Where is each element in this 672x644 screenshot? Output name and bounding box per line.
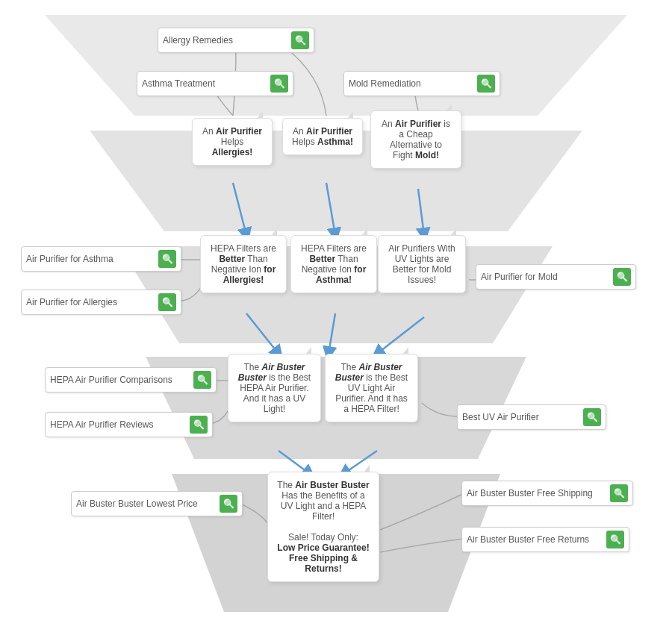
search-lowest-price-input[interactable] bbox=[76, 498, 217, 509]
card-hepa-better-asthma: HEPA Filters are Better Than Negative Io… bbox=[290, 235, 377, 293]
search-allergy-remedies-button[interactable] bbox=[291, 31, 309, 49]
search-free-shipping[interactable] bbox=[461, 481, 633, 506]
card-air-buster-hepa: The Air Buster Buster is the Best HEPA A… bbox=[228, 354, 321, 422]
search-hepa-reviews-input[interactable] bbox=[50, 419, 187, 430]
search-best-uv[interactable] bbox=[457, 404, 606, 430]
search-asthma-treatment[interactable] bbox=[137, 71, 293, 96]
search-asthma-treatment-input[interactable] bbox=[142, 78, 267, 89]
funnel-container: An Air Purifier Helps Allergies! An Air … bbox=[0, 0, 672, 644]
search-air-purifier-mold-input[interactable] bbox=[481, 272, 610, 282]
search-air-purifier-allergies[interactable] bbox=[21, 290, 181, 315]
search-hepa-reviews-button[interactable] bbox=[190, 416, 208, 434]
search-hepa-comparisons-button[interactable] bbox=[193, 371, 211, 389]
search-free-returns[interactable] bbox=[461, 527, 629, 552]
search-hepa-comparisons-input[interactable] bbox=[50, 375, 190, 385]
card-purifier-cheap-mold: An Air Purifier is a Cheap Alternative t… bbox=[370, 110, 461, 169]
search-air-purifier-allergies-input[interactable] bbox=[26, 297, 155, 307]
search-air-purifier-mold[interactable] bbox=[476, 264, 636, 290]
search-free-shipping-button[interactable] bbox=[610, 484, 628, 502]
search-best-uv-input[interactable] bbox=[462, 412, 580, 422]
card-purifier-helps-allergies-text: An Air Purifier Helps Allergies! bbox=[202, 126, 262, 157]
card-purifier-cheap-mold-text: An Air Purifier is a Cheap Alternative t… bbox=[382, 119, 450, 160]
svg-marker-0 bbox=[45, 15, 627, 116]
card-purifier-helps-asthma-text: An Air Purifier Helps Asthma! bbox=[292, 126, 353, 147]
search-free-shipping-input[interactable] bbox=[467, 488, 607, 498]
search-air-purifier-asthma-button[interactable] bbox=[158, 250, 176, 268]
search-free-returns-button[interactable] bbox=[606, 531, 624, 548]
search-free-returns-input[interactable] bbox=[467, 534, 603, 545]
card-purifier-helps-asthma: An Air Purifier Helps Asthma! bbox=[282, 118, 363, 155]
search-allergy-remedies[interactable] bbox=[158, 28, 314, 53]
search-hepa-comparisons[interactable] bbox=[45, 367, 217, 393]
search-air-purifier-allergies-button[interactable] bbox=[158, 293, 176, 311]
card-uv-better-mold: Air Purifiers With UV Lights are Better … bbox=[378, 235, 466, 293]
search-mold-remediation[interactable] bbox=[343, 71, 500, 96]
card-air-buster-uv: The Air Buster Buster is the Best UV Lig… bbox=[325, 354, 418, 422]
card-hepa-better-allergies-text: HEPA Filters are Better Than Negative Io… bbox=[211, 243, 276, 285]
card-hepa-better-asthma-text: HEPA Filters are Better Than Negative Io… bbox=[301, 243, 367, 285]
card-air-buster-sale-text: The Air Buster Buster Has the Benefits o… bbox=[277, 480, 369, 574]
card-uv-better-mold-text: Air Purifiers With UV Lights are Better … bbox=[388, 243, 455, 285]
search-mold-remediation-input[interactable] bbox=[349, 78, 474, 89]
search-best-uv-button[interactable] bbox=[583, 408, 601, 426]
search-asthma-treatment-button[interactable] bbox=[270, 75, 288, 93]
search-lowest-price[interactable] bbox=[71, 491, 243, 516]
search-allergy-remedies-input[interactable] bbox=[163, 35, 288, 46]
search-air-purifier-asthma[interactable] bbox=[21, 246, 181, 272]
card-hepa-better-allergies: HEPA Filters are Better Than Negative Io… bbox=[200, 235, 287, 293]
search-air-purifier-asthma-input[interactable] bbox=[26, 254, 155, 264]
search-mold-remediation-button[interactable] bbox=[477, 75, 495, 93]
card-air-buster-sale: The Air Buster Buster Has the Benefits o… bbox=[267, 472, 379, 582]
search-air-purifier-mold-button[interactable] bbox=[613, 268, 631, 286]
card-air-buster-uv-text: The Air Buster Buster is the Best UV Lig… bbox=[335, 362, 408, 414]
search-hepa-reviews[interactable] bbox=[45, 412, 213, 437]
card-purifier-helps-allergies: An Air Purifier Helps Allergies! bbox=[192, 118, 273, 166]
card-air-buster-hepa-text: The Air Buster Buster is the Best HEPA A… bbox=[238, 362, 311, 414]
search-lowest-price-button[interactable] bbox=[220, 495, 237, 513]
